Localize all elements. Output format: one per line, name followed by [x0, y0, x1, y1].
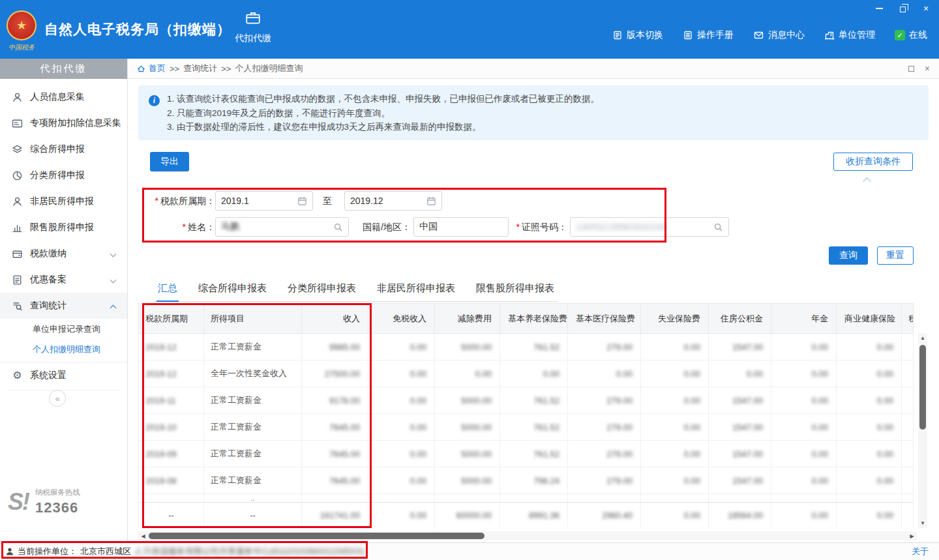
- period-end-input[interactable]: 2019.12: [344, 191, 442, 211]
- tab-comprehensive-income[interactable]: 综合所得申报表: [197, 278, 268, 301]
- breadcrumb-home[interactable]: 首页: [137, 63, 166, 74]
- sidebar-item-special-deduction[interactable]: 专项附加扣除信息采集: [0, 110, 127, 136]
- calendar-icon[interactable]: [297, 196, 307, 206]
- export-button[interactable]: 导出: [150, 152, 189, 171]
- hotline-logo-icon: S!: [8, 488, 29, 516]
- table-row[interactable]: 2019-10正常工资薪金7645.000.005000.00761.52279…: [139, 414, 914, 441]
- table-row[interactable]: 2019-12全年一次性奖金收入27500.000.000.000.000.00…: [139, 361, 914, 387]
- scroll-down-icon[interactable]: ▼: [918, 518, 927, 528]
- minimize-button[interactable]: [874, 4, 884, 13]
- table-partial-row[interactable]: ..: [139, 494, 914, 503]
- period-start-input[interactable]: 2019.1: [215, 191, 313, 211]
- table-cell: ..: [204, 494, 302, 503]
- hotline-label: 纳税服务热线: [35, 488, 80, 497]
- tab-summary[interactable]: 汇总: [156, 278, 179, 302]
- version-doc-icon: [612, 30, 623, 40]
- restore-button[interactable]: [897, 4, 908, 13]
- name-input[interactable]: 马鹏: [215, 217, 349, 237]
- sidebar-item-label: 系统设置: [30, 370, 67, 381]
- table-cell: 1547.00: [709, 441, 771, 467]
- sidebar-item-label: 查询统计: [30, 300, 67, 312]
- sidebar-item-nonresident-income[interactable]: 非居民所得申报: [0, 188, 127, 214]
- sidebar-item-classified-income[interactable]: 分类所得申报: [0, 162, 127, 188]
- breadcrumb-item[interactable]: 查询统计: [183, 63, 217, 74]
- table-cell: 0.00: [837, 467, 902, 494]
- sidebar-item-restricted-stock[interactable]: 限售股所得申报: [0, 214, 127, 241]
- close-button[interactable]: ×: [921, 4, 931, 13]
- column-header: 年金: [771, 304, 837, 334]
- table-cell: 2019-08: [139, 467, 204, 494]
- table-cell: [902, 334, 914, 361]
- sidebar-item-query-statistics[interactable]: 查询统计: [0, 293, 127, 319]
- scroll-right-icon[interactable]: ▶: [907, 531, 917, 540]
- sidebar-header: 代扣代缴: [0, 59, 127, 79]
- sidebar-item-preferential-filing[interactable]: 优惠备案: [0, 267, 127, 293]
- table-total-row[interactable]: ----161741.000.0060000.008991.362960.400…: [139, 503, 914, 529]
- vertical-scroll-thumb[interactable]: [919, 345, 926, 430]
- required-asterisk: *: [155, 196, 158, 206]
- nationality-input[interactable]: 中国: [413, 217, 509, 237]
- search-button[interactable]: 查询: [829, 246, 868, 265]
- about-link[interactable]: 关于: [912, 546, 929, 557]
- layers-icon: [12, 144, 23, 155]
- search-icon[interactable]: [713, 222, 723, 232]
- collapse-query-button[interactable]: 收折查询条件: [833, 153, 913, 171]
- link-message-center[interactable]: 消息中心: [753, 29, 805, 41]
- tab-restore-icon[interactable]: [908, 66, 914, 72]
- sidebar-collapse-button[interactable]: «: [49, 390, 66, 407]
- table-cell: 0.00: [837, 334, 902, 361]
- table-cell: [368, 494, 435, 503]
- sidebar-subitem-personal-withholding-detail[interactable]: 个人扣缴明细查询: [0, 339, 127, 359]
- notice-line: 1. 该查询统计表仅能查询已申报成功的数据，不包含未申报、申报失败，已申报但已作…: [167, 92, 918, 106]
- table-cell: 279.00: [568, 441, 641, 467]
- table-cell: 9178.00: [302, 387, 368, 414]
- table-cell: 0.00: [837, 441, 902, 467]
- tab-close-icon[interactable]: ×: [925, 63, 930, 74]
- table-cell: [771, 494, 837, 503]
- table-cell: 0.00: [368, 467, 435, 494]
- current-unit-blurred: 人力资源服务有限公司共享服务中心(91110102MA012345XX): [134, 546, 365, 557]
- tab-classified-income[interactable]: 分类所得申报表: [286, 278, 357, 301]
- tab-withholding-module[interactable]: 代扣代缴: [227, 10, 279, 44]
- search-icon[interactable]: [333, 222, 343, 232]
- chevron-down-icon: [110, 277, 117, 284]
- pie-chart-icon: [12, 170, 23, 181]
- table-cell: 279.00: [568, 467, 641, 494]
- column-header: 免税收入: [368, 304, 435, 334]
- table-row[interactable]: 2019-09正常工资薪金7645.000.005000.00761.52279…: [139, 441, 914, 467]
- link-online-status[interactable]: ✓ 在线: [895, 29, 927, 41]
- link-manual[interactable]: 操作手册: [683, 29, 734, 41]
- table-cell: 全年一次性奖金收入: [204, 361, 302, 387]
- table-cell: 0.00: [368, 503, 435, 529]
- id-number-label: *证照号码：: [499, 217, 567, 237]
- sidebar-subitem-unit-declare-record[interactable]: 单位申报记录查询: [0, 319, 127, 339]
- reset-button[interactable]: 重置: [877, 246, 914, 265]
- link-version-switch[interactable]: 版本切换: [612, 29, 663, 41]
- tax-bureau-logo: ★: [7, 10, 37, 40]
- vertical-scrollbar[interactable]: ▲ ▼: [918, 333, 927, 528]
- sidebar-item-system-settings[interactable]: ⚙ 系统设置: [0, 362, 127, 389]
- link-unit-management[interactable]: 单位管理: [824, 29, 875, 41]
- table-row[interactable]: 2019-08正常工资薪金7645.000.005000.00798.24279…: [139, 467, 914, 494]
- table-cell: [435, 494, 500, 503]
- search-stats-icon: [12, 301, 23, 312]
- calendar-icon[interactable]: [426, 196, 436, 206]
- horizontal-scrollbar[interactable]: ◀ ▶: [138, 531, 917, 540]
- table-cell: 27500.00: [302, 361, 368, 387]
- table-row[interactable]: 2019-12正常工资薪金9985.000.005000.00761.52279…: [139, 334, 914, 361]
- sidebar-item-personnel-info[interactable]: 人员信息采集: [0, 84, 127, 110]
- id-number-input[interactable]: 130552199903042245: [570, 217, 729, 237]
- table-cell: 7645.00: [302, 414, 368, 441]
- sidebar-item-comprehensive-income[interactable]: 综合所得申报: [0, 136, 127, 162]
- hotline: S! 纳税服务热线 12366: [8, 488, 80, 516]
- notice-line: 3. 由于数据处理的滞后性，建议您在申报成功3天之后再来查询最新的申报数据。: [167, 120, 918, 134]
- table-cell: [837, 494, 902, 503]
- scroll-left-icon[interactable]: ◀: [138, 531, 148, 540]
- table-cell: 正常工资薪金: [204, 414, 302, 441]
- scroll-up-icon[interactable]: ▲: [918, 333, 927, 343]
- table-row[interactable]: 2019-11正常工资薪金9178.000.005000.00761.52279…: [139, 387, 914, 414]
- tab-restricted-stock[interactable]: 限售股所得申报表: [475, 278, 556, 301]
- horizontal-scroll-thumb[interactable]: [149, 533, 484, 539]
- tab-nonresident-income[interactable]: 非居民所得申报表: [376, 278, 456, 301]
- sidebar-item-tax-payment[interactable]: 税款缴纳: [0, 241, 127, 267]
